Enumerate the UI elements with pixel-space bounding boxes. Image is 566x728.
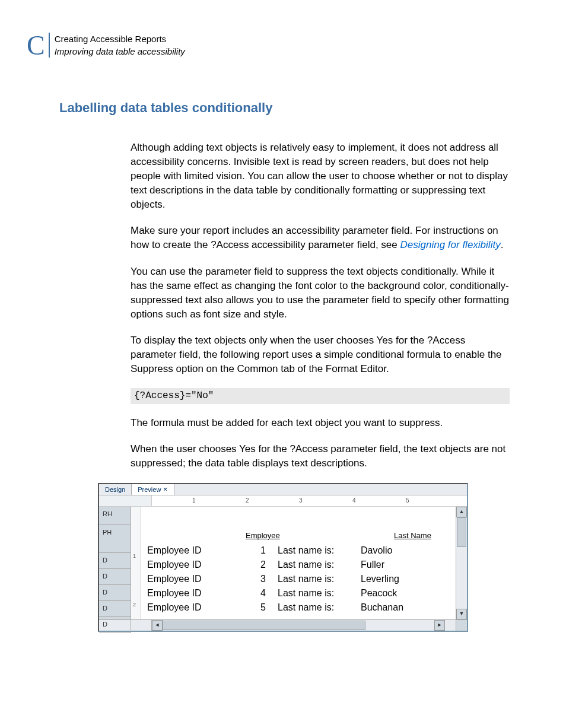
- code-block: {?Access}="No": [131, 388, 510, 404]
- tab-design[interactable]: Design: [99, 484, 132, 495]
- section-d[interactable]: D: [99, 601, 131, 617]
- vertical-ruler: 1 2: [131, 507, 141, 619]
- designer-tabs: Design Preview ✕: [99, 484, 467, 495]
- cell-emp-label: Employee ID: [141, 602, 224, 613]
- paragraph-5: The formula must be added for each text …: [131, 416, 510, 430]
- table-row: Employee ID 3 Last name is: Leverling: [141, 572, 456, 586]
- tab-preview[interactable]: Preview ✕: [132, 484, 174, 495]
- appendix-letter: C: [27, 33, 45, 59]
- table-row: Employee ID 2 Last name is: Fuller: [141, 558, 456, 572]
- paragraph-2: Make sure your report includes an access…: [131, 224, 510, 252]
- scroll-up-icon[interactable]: ▲: [456, 507, 467, 517]
- horizontal-ruler: 1 2 3 4 5: [99, 495, 467, 507]
- cell-ln: Davolio: [361, 545, 432, 556]
- vertical-scrollbar[interactable]: ▲ ▼: [456, 507, 467, 619]
- cell-emp-label: Employee ID: [141, 574, 224, 584]
- column-headers: Employee Last Name: [141, 507, 456, 543]
- header-chapter-title: Creating Accessible Reports: [55, 33, 185, 45]
- header-section-title: Improving data table accessibility: [55, 45, 185, 58]
- section-d[interactable]: D: [99, 569, 131, 585]
- cell-emp-id: 1: [224, 545, 278, 556]
- link-designing-flexibility[interactable]: Designing for flexibility: [400, 239, 501, 250]
- report-preview-area: Employee Last Name Employee ID 1 Last na…: [141, 507, 456, 619]
- cell-emp-label: Employee ID: [141, 545, 224, 556]
- header-employee: Employee: [246, 531, 305, 540]
- cell-ln-label: Last name is:: [278, 588, 361, 599]
- body-text: Although adding text objects is relative…: [131, 141, 510, 471]
- scroll-thumb[interactable]: [163, 621, 365, 630]
- horizontal-scrollbar[interactable]: ◄ ►: [99, 619, 467, 631]
- paragraph-6: When the user chooses Yes for the ?Acces…: [131, 442, 510, 471]
- scroll-thumb[interactable]: [457, 517, 466, 547]
- section-heading: Labelling data tables conditionally: [59, 100, 510, 116]
- cell-ln-label: Last name is:: [278, 602, 361, 613]
- cell-emp-id: 4: [224, 588, 278, 599]
- paragraph-1: Although adding text objects is relative…: [131, 141, 510, 212]
- cell-ln-label: Last name is:: [278, 559, 361, 570]
- paragraph-2b: .: [501, 239, 504, 250]
- scroll-left-icon[interactable]: ◄: [152, 620, 163, 631]
- scroll-right-icon[interactable]: ►: [434, 620, 445, 631]
- section-rh[interactable]: RH: [99, 507, 131, 525]
- cell-ln-label: Last name is:: [278, 545, 361, 556]
- header-text-block: Creating Accessible Reports Improving da…: [55, 33, 185, 58]
- table-row: Employee ID 1 Last name is: Davolio: [141, 543, 456, 558]
- running-header: C Creating Accessible Reports Improving …: [27, 33, 510, 59]
- header-lastname: Last Name: [394, 531, 431, 540]
- cell-ln: Leverling: [361, 574, 432, 584]
- cell-emp-id: 3: [224, 574, 278, 584]
- section-d[interactable]: D: [99, 585, 131, 601]
- paragraph-3: You can use the parameter field to suppr…: [131, 265, 510, 322]
- section-ph[interactable]: PH: [99, 525, 131, 553]
- cell-ln: Peacock: [361, 588, 432, 599]
- cell-emp-label: Employee ID: [141, 559, 224, 570]
- cell-ln: Fuller: [361, 559, 432, 570]
- section-d[interactable]: D: [99, 617, 131, 633]
- cell-emp-label: Employee ID: [141, 588, 224, 599]
- cell-ln-label: Last name is:: [278, 574, 361, 584]
- section-d[interactable]: D: [99, 553, 131, 569]
- table-row: Employee ID 5 Last name is: Buchanan: [141, 600, 456, 615]
- cell-emp-id: 5: [224, 602, 278, 613]
- paragraph-4: To display the text objects only when th…: [131, 333, 510, 376]
- close-icon[interactable]: ✕: [163, 487, 168, 492]
- cell-ln: Buchanan: [361, 602, 432, 613]
- crystal-reports-screenshot: Design Preview ✕ 1 2 3 4 5 RH PH D D D: [98, 483, 468, 632]
- scroll-down-icon[interactable]: ▼: [456, 609, 467, 619]
- section-gutter: RH PH D D D D D: [99, 507, 131, 619]
- cell-emp-id: 2: [224, 559, 278, 570]
- header-divider: [49, 33, 50, 58]
- table-row: Employee ID 4 Last name is: Peacock: [141, 586, 456, 600]
